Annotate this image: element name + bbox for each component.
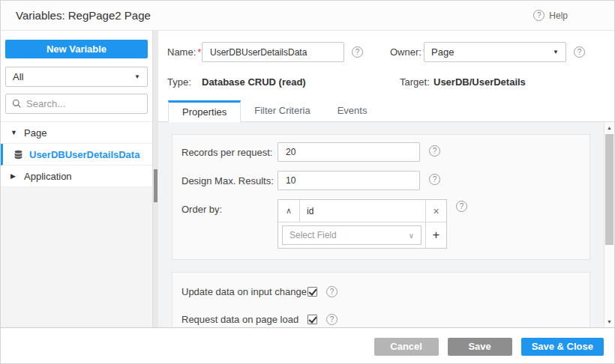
add-order-field-button[interactable]: + (425, 222, 446, 248)
tree-item-label: Application (24, 171, 72, 182)
tree-expanded-icon[interactable]: ▼ (10, 129, 18, 136)
variable-detail-header: Name:* ? Owner:* Page ▼ ? Type: Database… (158, 31, 614, 100)
update-data-checkbox[interactable] (308, 287, 317, 297)
records-per-request-field[interactable] (278, 142, 420, 162)
database-variable-icon (14, 150, 23, 160)
order-by-widget: ∧ id × Select Field ∨ + (278, 199, 447, 249)
request-data-help-icon[interactable]: ? (326, 314, 338, 325)
dialog-footer: Cancel Save Save & Close (1, 327, 614, 364)
owner-help-icon[interactable]: ? (574, 46, 585, 58)
add-icon: + (433, 228, 440, 242)
select-field-dropdown[interactable]: Select Field ∨ (282, 225, 422, 245)
required-asterisk: * (197, 46, 201, 58)
design-max-results-help-icon[interactable]: ? (429, 174, 440, 185)
tree-item-page[interactable]: ▼ Page (1, 122, 152, 144)
data-settings-box: Records per request: ? Design Max. Resul… (172, 134, 590, 260)
tree-item-application[interactable]: ▶ Application (1, 166, 152, 187)
owner-value: Page (431, 46, 454, 58)
sidebar-scrollbar-thumb[interactable] (154, 169, 158, 202)
sort-ascending-icon: ∧ (286, 206, 292, 216)
variable-detail-panel: Name:* ? Owner:* Page ▼ ? Type: Database… (158, 31, 614, 327)
update-data-label: Update data on input change (182, 286, 308, 297)
help-icon: ? (533, 10, 544, 21)
records-per-request-label: Records per request: (182, 142, 278, 158)
properties-scrollbar-thumb[interactable] (605, 134, 614, 245)
name-label: Name:* (167, 46, 202, 58)
new-variable-button[interactable]: New Variable (5, 40, 148, 58)
design-max-results-label: Design Max. Results: (182, 171, 278, 186)
sort-ascending-button[interactable]: ∧ (278, 200, 300, 222)
owner-label: Owner:* (390, 46, 424, 58)
page-title: Variables: RegPage2 Page (16, 9, 151, 22)
save-button[interactable]: Save (448, 338, 512, 356)
dialog-header: Variables: RegPage2 Page ? Help (1, 1, 614, 31)
variable-search (5, 94, 148, 114)
help-label: Help (549, 10, 568, 21)
tree-item-label: UserDBUserDetailsData (29, 149, 140, 160)
owner-select[interactable]: Page ▼ (424, 42, 566, 62)
variable-filter-value: All (13, 71, 23, 82)
tree-collapsed-icon[interactable]: ▶ (10, 172, 18, 180)
request-data-label: Request data on page load (182, 314, 308, 325)
name-field[interactable] (202, 42, 344, 62)
order-by-field-value[interactable]: id (300, 200, 425, 222)
variables-sidebar: New Variable All ▼ ▼ Page (1, 31, 158, 327)
cancel-button[interactable]: Cancel (374, 338, 439, 356)
search-input[interactable] (26, 98, 141, 109)
target-value: UserDB/UserDetails (434, 76, 526, 88)
save-and-close-button[interactable]: Save & Close (521, 338, 604, 356)
search-icon (12, 99, 22, 109)
type-value: Database CRUD (read) (202, 76, 352, 88)
properties-scroll-area: Records per request: ? Design Max. Resul… (158, 122, 614, 327)
tree-item-userdbuserdetailsdata[interactable]: UserDBUserDetailsData (1, 144, 152, 166)
order-by-label: Order by: (182, 199, 278, 215)
records-per-request-help-icon[interactable]: ? (429, 145, 440, 157)
target-label: Target: (400, 76, 434, 88)
behavior-settings-box: Update data on input change ? Request da… (172, 272, 590, 327)
type-label: Type: (167, 76, 202, 88)
sidebar-scrollbar[interactable] (152, 31, 158, 327)
variable-filter-select[interactable]: All ▼ (5, 67, 148, 87)
remove-order-field-button[interactable]: × (425, 200, 446, 222)
tree-item-label: Page (24, 127, 46, 139)
tab-filter-criteria[interactable]: Filter Criteria (241, 100, 323, 122)
detail-tabs: Properties Filter Criteria Events (158, 100, 614, 122)
scroll-down-icon[interactable]: ▼ (604, 319, 614, 324)
help-button[interactable]: ? Help (533, 10, 568, 21)
scroll-up-icon[interactable]: ▲ (604, 125, 614, 130)
design-max-results-field[interactable] (278, 171, 420, 190)
tab-properties[interactable]: Properties (168, 100, 241, 122)
dropdown-arrow-icon: ▼ (134, 73, 140, 80)
dropdown-arrow-icon: ▼ (553, 49, 559, 55)
variables-tree: ▼ Page UserDBUserDetailsData ▶ Applicati… (1, 121, 152, 187)
name-help-icon[interactable]: ? (352, 46, 363, 58)
tab-events[interactable]: Events (324, 100, 381, 122)
order-by-help-icon[interactable]: ? (456, 201, 467, 212)
chevron-down-icon: ∨ (409, 231, 414, 240)
select-field-placeholder: Select Field (290, 230, 337, 240)
update-data-help-icon[interactable]: ? (326, 286, 338, 297)
request-data-checkbox[interactable] (308, 315, 317, 324)
remove-icon: × (433, 205, 439, 217)
properties-scrollbar[interactable]: ▲ ▼ (604, 122, 614, 327)
